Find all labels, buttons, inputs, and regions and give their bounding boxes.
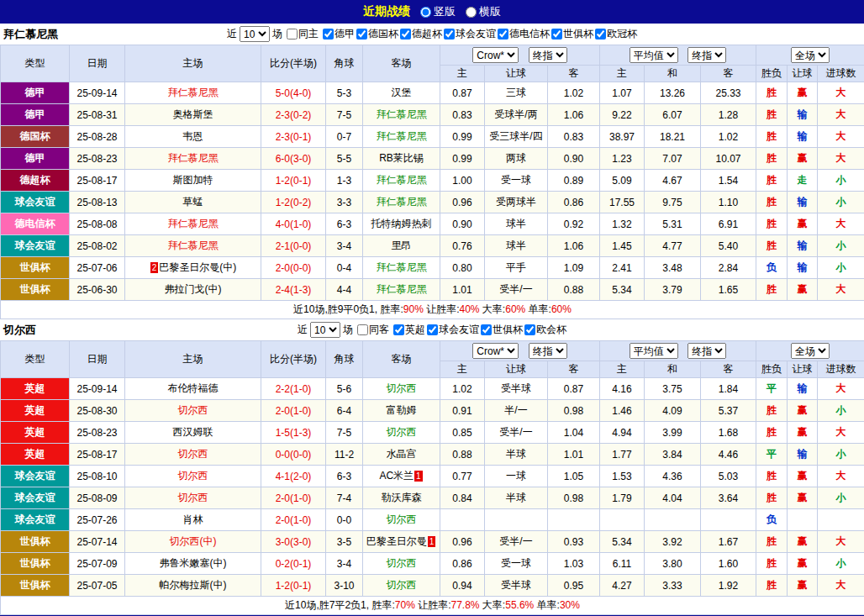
horizontal-radio[interactable]: [466, 7, 477, 18]
odds-company-select[interactable]: Crow*: [472, 47, 519, 63]
average-odds-select[interactable]: 平均值: [630, 47, 678, 63]
competition-filter[interactable]: 英超: [392, 323, 425, 337]
col-euro-home: 主: [600, 66, 645, 82]
vertical-label: 竖版: [434, 4, 456, 19]
competition-badge: 英超: [1, 422, 70, 444]
away-team-name: 拜仁慕尼黑: [377, 196, 427, 208]
competition-checkbox[interactable]: [481, 324, 492, 335]
result-winloss: 胜: [756, 148, 788, 170]
competition-checkbox[interactable]: [444, 29, 455, 39]
result-handicap: 赢: [788, 531, 818, 553]
competition-filter[interactable]: 德国杯: [355, 27, 398, 41]
match-score: 0-2(0-1): [261, 553, 326, 575]
col-handicap-home: 主: [440, 66, 485, 82]
result-goals: 小: [818, 400, 864, 422]
euro-away-odds: 2.84: [701, 257, 756, 279]
competition-filter[interactable]: 世俱杯: [550, 27, 593, 41]
home-team-name: 切尔西: [178, 470, 208, 482]
col-result-winloss: 胜负: [756, 66, 788, 82]
result-goals: 大: [818, 279, 864, 301]
euro-home-odds: 9.22: [600, 104, 645, 126]
competition-checkbox[interactable]: [400, 29, 411, 39]
result-winloss: 胜: [756, 279, 788, 301]
final-odds-select-2[interactable]: 终指: [688, 47, 726, 63]
team-name: 拜仁慕尼黑: [3, 27, 58, 42]
competition-checkbox[interactable]: [427, 324, 438, 335]
final-odds-select-2[interactable]: 终指: [688, 343, 726, 359]
competition-checkbox[interactable]: [323, 29, 334, 39]
average-odds-select[interactable]: 平均值: [630, 343, 678, 359]
euro-draw-odds: 3.99: [645, 422, 701, 444]
corner-score: 3-3: [326, 192, 363, 213]
result-goals: 大: [818, 82, 864, 104]
competition-filter[interactable]: 德超杯: [398, 27, 442, 41]
competition-filter[interactable]: 德甲: [321, 27, 355, 41]
competition-label: 德甲: [335, 27, 355, 41]
away-team: 拜仁慕尼黑: [363, 104, 440, 126]
match-score: 1-2(0-2): [261, 192, 326, 213]
euro-home-odds: 1.46: [600, 400, 645, 422]
summary-stat-label: 胜率:: [371, 599, 394, 611]
col-result-goals: 进球数: [818, 66, 864, 82]
competition-filter[interactable]: 世俱杯: [479, 323, 523, 337]
result-winloss: 胜: [756, 192, 788, 213]
corner-score: 3-10: [326, 575, 363, 597]
competition-filter[interactable]: 球会友谊: [425, 323, 479, 337]
competition-filter[interactable]: 欧会杯: [523, 323, 566, 337]
handicap-away-odds: 0.92: [548, 213, 600, 235]
same-side-filter[interactable]: 同主: [285, 27, 319, 41]
layout-vertical-option[interactable]: 竖版: [420, 4, 456, 19]
same-side-checkbox-1[interactable]: [357, 324, 368, 335]
col-date: 日期: [70, 341, 125, 378]
match-score: 4-0(1-0): [261, 213, 326, 235]
odds-company-select[interactable]: Crow*: [472, 343, 519, 359]
match-score: 5-0(4-0): [261, 82, 326, 104]
competition-checkbox[interactable]: [551, 29, 562, 39]
competition-label: 球会友谊: [439, 323, 479, 337]
competition-label: 欧会杯: [536, 323, 566, 337]
home-team-name: 巴黎圣日尔曼(中): [159, 261, 236, 273]
handicap-away-odds: 0.98: [548, 400, 600, 422]
euro-home-odds: 1.45: [600, 235, 645, 257]
col-euro-draw: 和: [645, 66, 701, 82]
result-goals: 大: [818, 126, 864, 148]
full-match-select[interactable]: 全场: [791, 47, 830, 63]
euro-draw-odds: 4.04: [645, 487, 701, 509]
competition-checkbox[interactable]: [393, 324, 404, 335]
competition-checkbox[interactable]: [595, 29, 606, 39]
handicap-home-odds: 0.85: [440, 422, 485, 444]
recent-count-select[interactable]: 10: [240, 26, 270, 42]
recent-count-select[interactable]: 10: [310, 322, 340, 338]
final-odds-select[interactable]: 终指: [529, 343, 567, 359]
away-team: 巴黎圣日尔曼1: [363, 531, 440, 553]
final-odds-select[interactable]: 终指: [529, 47, 567, 63]
result-winloss: 胜: [756, 466, 788, 487]
corner-score: 0-7: [326, 126, 363, 148]
layout-horizontal-option[interactable]: 横版: [466, 4, 501, 19]
competition-checkbox[interactable]: [498, 29, 508, 39]
match-date: 25-06-30: [70, 279, 125, 301]
competition-checkbox[interactable]: [524, 324, 535, 335]
match-score: 2-3(0-2): [261, 104, 326, 126]
competition-checkbox[interactable]: [356, 29, 367, 39]
competition-filter[interactable]: 德电信杯: [496, 27, 550, 41]
same-side-filter[interactable]: 同客: [356, 323, 389, 337]
match-row: 球会友谊25-08-10切尔西4-1(2-0)6-3AC米兰10.77一球1.0…: [1, 466, 864, 487]
match-date: 25-08-30: [70, 400, 125, 422]
home-team: 韦恩: [125, 126, 261, 148]
vertical-radio[interactable]: [420, 7, 431, 18]
euro-away-odds: 1.67: [701, 531, 756, 553]
handicap-line: 三球: [485, 82, 548, 104]
corner-score: 4-4: [326, 279, 363, 301]
same-side-checkbox-0[interactable]: [287, 29, 298, 39]
full-match-select[interactable]: 全场: [791, 343, 830, 359]
home-team: 拜仁慕尼黑: [125, 148, 261, 170]
match-date: 25-09-14: [70, 378, 125, 400]
competition-filter[interactable]: 欧冠杯: [593, 27, 637, 41]
summary-stat-value: 90%: [403, 303, 424, 315]
match-date: 25-07-06: [70, 257, 125, 279]
euro-draw-odds: 3.92: [645, 531, 701, 553]
match-row: 英超25-08-17切尔西0-0(0-0)11-2水晶宫0.88半球1.011.…: [1, 444, 864, 466]
competition-filter[interactable]: 球会友谊: [442, 27, 496, 41]
rank-badge: 2: [150, 262, 159, 273]
